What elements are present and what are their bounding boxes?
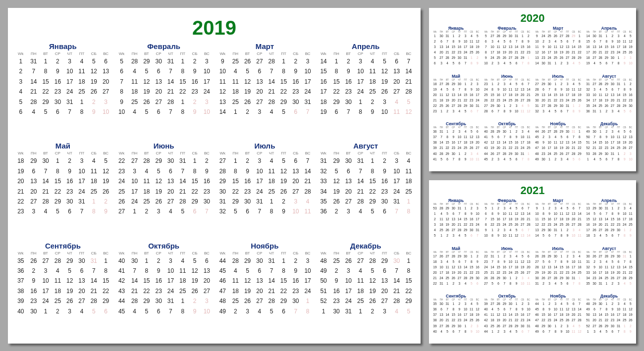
month-name: Июнь xyxy=(483,246,532,251)
month-name: Октябрь xyxy=(483,121,532,126)
month-name: Февраль xyxy=(483,198,532,203)
month-name: Август xyxy=(585,246,634,251)
month-block: СентябрьWkПНВТСРЧТПТСБВС3530311234536678… xyxy=(431,294,481,342)
month-table: WkПНВТСРЧТПТСБВС442829303112345456789104… xyxy=(216,251,314,316)
month-table: WkПНВТСРЧТПТСБВС532829303112314567891021… xyxy=(431,203,481,238)
month-table: WkПНВТСРЧТПТСБВС223112345623789101112132… xyxy=(483,251,532,286)
calendar-2020-panel: 2020 ЯнварьWkПНВТСРЧТПТСБВС1303112345267… xyxy=(429,8,636,171)
month-block: ОктябрьWkПНВТСРЧТПТСБВС39272829301234045… xyxy=(483,294,532,342)
month-block: ДекабрьWkПНВТСРЧТПТСБВС49301234565078910… xyxy=(585,121,634,169)
month-name: Апрель xyxy=(317,42,415,50)
month-block: ДекабрьWkПНВТСРЧТПТСБВС48252627282930149… xyxy=(317,242,415,341)
month-block: МартWkПНВТСРЧТПТСБВС92526272812310456789… xyxy=(216,42,314,142)
month-table: WkПНВТСРЧТПТСБВС392728293012340456789104… xyxy=(483,299,532,334)
month-name: Май xyxy=(431,246,481,251)
month-table: WkПНВТСРЧТПТСБВС302627282930311312345678… xyxy=(585,251,634,286)
month-name: Апрель xyxy=(585,198,634,203)
month-block: НоябрьWkПНВТСРЧТПТСБВС441234567458910111… xyxy=(534,294,583,342)
month-block: МайWkПНВТСРЧТПТСБВС182930123451967891011… xyxy=(14,142,112,241)
month-table: WkПНВТСРЧТПТСБВС528293031123645678910711… xyxy=(115,51,213,117)
month-block: ФевральWkПНВТСРЧТПТСБВС51234567689101112… xyxy=(483,198,532,246)
month-name: Ноябрь xyxy=(216,242,314,250)
month-name: Июль xyxy=(534,246,583,251)
month-block: СентябрьWkПНВТСРЧТПТСБВС3631123456377891… xyxy=(431,121,481,169)
month-table: WkПНВТСРЧТПТСБВС222728293031122334567892… xyxy=(115,151,213,216)
month-block: НоябрьWkПНВТСРЧТПТСБВС442627282930311452… xyxy=(534,121,583,169)
month-name: Июль xyxy=(216,142,314,150)
month-table: WkПНВТСРЧТПТСБВС182930123451967891011122… xyxy=(14,151,112,216)
month-table: WkПНВТСРЧТПТСБВС262829301234275678910112… xyxy=(534,251,583,286)
month-name: Ноябрь xyxy=(534,294,583,299)
month-name: Декабрь xyxy=(317,242,415,250)
month-table: WkПНВТСРЧТПТСБВС482930123454967891011125… xyxy=(585,299,634,334)
calendar-2019-panel: 2019 ЯнварьWkПНВТСРЧТПТСБВС1311234562789… xyxy=(8,8,421,344)
month-table: WkПНВТСРЧТПТСБВС912345671089101112131411… xyxy=(534,203,583,238)
month-table: WkПНВТСРЧТПТСБВС442627282930311452345678… xyxy=(534,126,583,161)
year-title-2020: 2020 xyxy=(429,12,636,25)
month-name: Июнь xyxy=(115,142,213,150)
month-block: ИюльWkПНВТСРЧТПТСБВС26282930123427567891… xyxy=(534,246,583,294)
month-table: WkПНВТСРЧТПТСБВС353031123453667891011123… xyxy=(431,299,481,334)
months-grid-2020: ЯнварьWkПНВТСРЧТПТСБВС130311234526789101… xyxy=(429,26,636,171)
month-table: WkПНВТСРЧТПТСБВС925262728123104567891011… xyxy=(216,51,314,117)
month-name: Февраль xyxy=(115,42,213,50)
month-block: МартWkПНВТСРЧТПТСБВС92425262728291102345… xyxy=(534,26,583,74)
month-table: WkПНВТСРЧТПТСБВС143031123451567891011121… xyxy=(585,31,634,66)
month-table: WkПНВТСРЧТПТСБВС231234567248910111213142… xyxy=(483,79,532,114)
month-name: Март xyxy=(216,42,314,50)
month-block: ИюньWkПНВТСРЧТПТСБВС22311234562378910111… xyxy=(483,246,532,294)
month-block: АпрельWkПНВТСРЧТПТСБВС132930311234145678… xyxy=(585,198,634,246)
month-block: ФевральWkПНВТСРЧТПТСБВС52728293031126345… xyxy=(483,26,532,74)
month-name: Февраль xyxy=(483,26,532,31)
month-name: Март xyxy=(534,26,583,31)
month-block: ИюльWkПНВТСРЧТПТСБВС27123456728891011121… xyxy=(216,142,314,241)
month-block: ИюньWkПНВТСРЧТПТСБВС23123456724891011121… xyxy=(483,74,532,122)
month-name: Май xyxy=(431,74,481,79)
month-name: Май xyxy=(14,142,112,150)
month-table: WkПНВТСРЧТПТСБВС172627282930121834567891… xyxy=(431,251,481,286)
month-block: МайWkПНВТСРЧТПТСБВС182728293012319456789… xyxy=(431,74,481,122)
month-table: WkПНВТСРЧТПТСБВС132930311234145678910111… xyxy=(585,203,634,238)
month-block: МартWkПНВТСРЧТПТСБВС91234567108910111213… xyxy=(534,198,583,246)
month-table: WkПНВТСРЧТПТСБВС512345676891011121314715… xyxy=(483,203,532,238)
month-name: Сентябрь xyxy=(14,242,112,250)
month-name: Октябрь xyxy=(483,294,532,299)
month-block: АпрельWkПНВТСРЧТПТСБВС141234567158910111… xyxy=(317,42,415,142)
month-table: WkПНВТСРЧТПТСБВС130311234526789101112313… xyxy=(431,31,481,66)
month-table: WkПНВТСРЧТПТСБВС441234567458910111213144… xyxy=(534,299,583,334)
month-table: WkПНВТСРЧТПТСБВС363112345637789101112133… xyxy=(431,126,481,161)
month-name: Январь xyxy=(14,42,112,50)
month-block: ЯнварьWkПНВТСРЧТПТСБВС131123456278910111… xyxy=(14,42,112,142)
month-name: Апрель xyxy=(585,26,634,31)
calendar-2021-panel: 2021 ЯнварьWkПНВТСРЧТПТСБВС5328293031123… xyxy=(429,180,636,344)
month-table: WkПНВТСРЧТПТСБВС482526272829301492345678… xyxy=(317,251,415,316)
month-block: ИюньWkПНВТСРЧТПТСБВС22272829303112233456… xyxy=(115,142,213,241)
month-block: АпрельWkПНВТСРЧТПТСБВС143031123451567891… xyxy=(585,26,634,74)
month-block: АвгустWkПНВТСРЧТПТСБВС312728293031123234… xyxy=(585,74,634,122)
month-block: ОктябрьWkПНВТСРЧТПТСБВС40282930123441567… xyxy=(483,121,532,169)
month-table: WkПНВТСРЧТПТСБВС527282930311263456789710… xyxy=(483,31,532,66)
month-name: Июнь xyxy=(483,74,532,79)
month-name: Июль xyxy=(534,74,583,79)
month-block: ФевральWkПНВТСРЧТПТСБВС52829303112364567… xyxy=(115,42,213,142)
month-block: АвгустWkПНВТСРЧТПТСБВС302627282930311312… xyxy=(585,246,634,294)
month-name: Декабрь xyxy=(585,294,634,299)
month-table: WkПНВТСРЧТПТСБВС493012345650789101112135… xyxy=(585,126,634,161)
months-grid-2019: ЯнварьWkПНВТСРЧТПТСБВС131123456278910111… xyxy=(8,42,421,346)
month-table: WkПНВТСРЧТПТСБВС402829301234415678910114… xyxy=(483,126,532,161)
month-table: WkПНВТСРЧТПТСБВС131123456278910111213314… xyxy=(14,51,112,117)
month-name: Январь xyxy=(431,26,481,31)
month-table: WkПНВТСРЧТПТСБВС182728293012319456789102… xyxy=(431,79,481,114)
month-block: ДекабрьWkПНВТСРЧТПТСБВС48293012345496789… xyxy=(585,294,634,342)
month-block: СентябрьWkПНВТСРЧТПТСБВС3526272829303113… xyxy=(14,242,112,341)
month-name: Декабрь xyxy=(585,121,634,126)
month-name: Март xyxy=(534,198,583,203)
month-table: WkПНВТСРЧТПТСБВС272930123452867891011122… xyxy=(534,79,583,114)
month-table: WkПНВТСРЧТПТСБВС312930311234325678910113… xyxy=(317,151,415,216)
month-name: Сентябрь xyxy=(431,121,481,126)
year-title-2021: 2021 xyxy=(429,184,636,197)
month-block: МайWkПНВТСРЧТПТСБВС172627282930121834567… xyxy=(431,246,481,294)
month-block: ИюльWkПНВТСРЧТПТСБВС27293012345286789101… xyxy=(534,74,583,122)
month-table: WkПНВТСРЧТПТСБВС352627282930311362345678… xyxy=(14,251,112,316)
month-name: Сентябрь xyxy=(431,294,481,299)
